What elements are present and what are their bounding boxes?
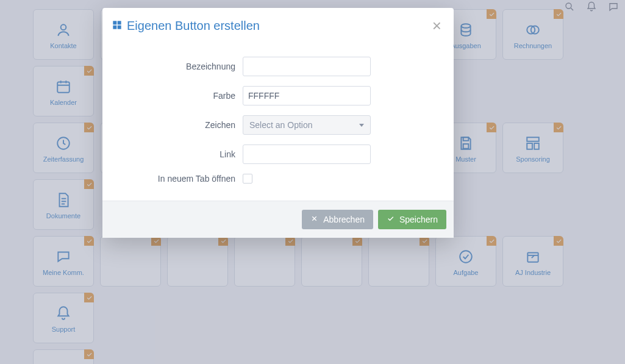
save-label: Speichern xyxy=(399,215,438,224)
label-color: Farbe xyxy=(121,91,243,101)
icon-select[interactable]: Select an Option xyxy=(243,115,371,135)
svg-rect-20 xyxy=(118,21,121,24)
close-icon xyxy=(310,215,318,224)
check-icon xyxy=(387,215,395,224)
name-input[interactable] xyxy=(243,57,371,76)
link-input[interactable] xyxy=(243,145,371,164)
modal-title-text: Eigenen Button erstellen xyxy=(127,19,260,33)
label-icon: Zeichen xyxy=(121,120,243,130)
create-button-modal: Eigenen Button erstellen × Bezeichnung F… xyxy=(102,8,454,238)
close-button[interactable]: × xyxy=(432,18,441,34)
color-input[interactable] xyxy=(243,86,371,105)
save-button[interactable]: Speichern xyxy=(378,210,446,229)
cancel-button[interactable]: Abbrechen xyxy=(302,210,373,229)
svg-rect-21 xyxy=(113,25,116,29)
icon-select-placeholder: Select an Option xyxy=(249,120,313,130)
modal-title: Eigenen Button erstellen xyxy=(112,19,260,33)
label-newtab: In neuem Tab öffnen xyxy=(121,174,243,184)
label-name: Bezeichnung xyxy=(121,62,243,71)
svg-rect-22 xyxy=(118,25,121,29)
cancel-label: Abbrechen xyxy=(323,215,365,224)
grid-icon xyxy=(112,19,122,33)
newtab-checkbox[interactable] xyxy=(243,174,252,184)
svg-rect-19 xyxy=(113,21,116,24)
label-link: Link xyxy=(121,149,243,159)
